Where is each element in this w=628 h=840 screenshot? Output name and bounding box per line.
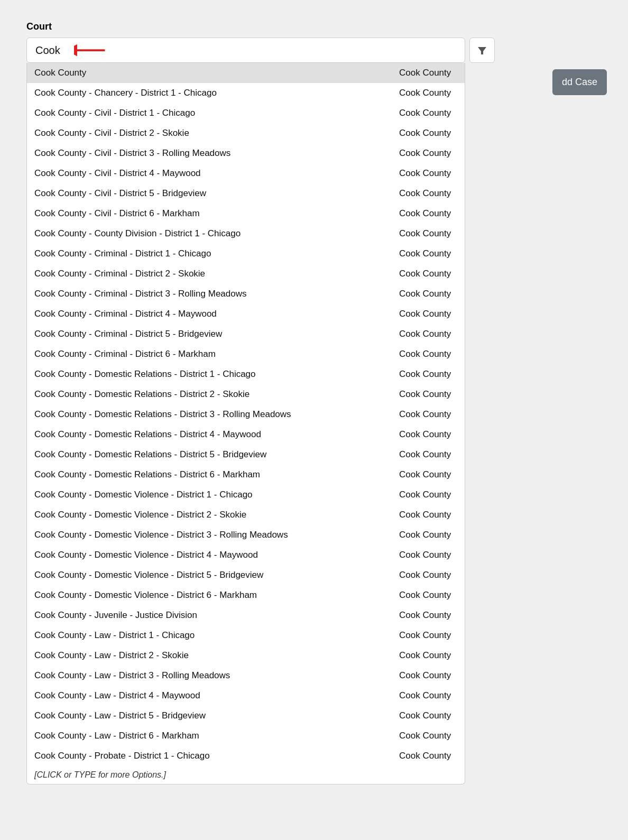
court-county: Cook County xyxy=(399,610,457,621)
list-item[interactable]: Cook County - Law - District 6 - Markham… xyxy=(27,726,465,746)
list-item[interactable]: Cook County - Domestic Relations - Distr… xyxy=(27,364,465,384)
court-county: Cook County xyxy=(399,389,457,400)
court-name: Cook County - Criminal - District 5 - Br… xyxy=(34,329,399,339)
list-item[interactable]: Cook County - Domestic Relations - Distr… xyxy=(27,424,465,445)
list-item[interactable]: Cook County - Law - District 3 - Rolling… xyxy=(27,666,465,686)
court-name: Cook County xyxy=(34,68,399,78)
list-item[interactable]: Cook County - Domestic Violence - Distri… xyxy=(27,525,465,545)
list-item[interactable]: Cook County - Criminal - District 1 - Ch… xyxy=(27,244,465,264)
list-item[interactable]: Cook County - Domestic Violence - Distri… xyxy=(27,585,465,605)
list-item[interactable]: Cook County - Civil - District 1 - Chica… xyxy=(27,103,465,123)
court-name: Cook County - Civil - District 2 - Skoki… xyxy=(34,128,399,139)
list-item[interactable]: Cook County - Civil - District 6 - Markh… xyxy=(27,204,465,224)
court-name: Cook County - Law - District 2 - Skokie xyxy=(34,650,399,661)
court-county: Cook County xyxy=(399,148,457,159)
court-name: Cook County - Criminal - District 4 - Ma… xyxy=(34,309,399,319)
court-name: Cook County - Criminal - District 3 - Ro… xyxy=(34,289,399,299)
court-name: Cook County - Law - District 3 - Rolling… xyxy=(34,670,399,681)
list-item[interactable]: Cook County - Civil - District 5 - Bridg… xyxy=(27,183,465,204)
court-county: Cook County xyxy=(399,228,457,239)
court-county: Cook County xyxy=(399,630,457,641)
list-item[interactable]: Cook County - Domestic Relations - Distr… xyxy=(27,445,465,465)
court-name: Cook County - Domestic Relations - Distr… xyxy=(34,389,399,400)
court-county: Cook County xyxy=(399,751,457,761)
court-name: Cook County - Criminal - District 1 - Ch… xyxy=(34,248,399,259)
court-county: Cook County xyxy=(399,570,457,580)
court-county: Cook County xyxy=(399,269,457,279)
list-item[interactable]: Cook County - Criminal - District 5 - Br… xyxy=(27,324,465,344)
court-name: Cook County - Domestic Violence - Distri… xyxy=(34,530,399,540)
list-item[interactable]: Cook County - Criminal - District 4 - Ma… xyxy=(27,304,465,324)
arrow-indicator xyxy=(74,40,106,61)
court-county: Cook County xyxy=(399,369,457,380)
court-name: Cook County - Civil - District 6 - Markh… xyxy=(34,208,399,219)
list-item[interactable]: Cook County - County Division - District… xyxy=(27,224,465,244)
court-county: Cook County xyxy=(399,168,457,179)
list-item[interactable]: Cook County - Domestic Violence - Distri… xyxy=(27,505,465,525)
court-name: Cook County - Domestic Violence - Distri… xyxy=(34,550,399,560)
list-item[interactable]: Cook County - Juvenile - Justice Divisio… xyxy=(27,605,465,625)
list-item[interactable]: Cook County - Law - District 2 - SkokieC… xyxy=(27,645,465,666)
dropdown-footer-hint: [CLICK or TYPE for more Options.] xyxy=(27,766,465,784)
list-item[interactable]: Cook County - Domestic Relations - Distr… xyxy=(27,384,465,404)
list-item[interactable]: Cook County - Criminal - District 3 - Ro… xyxy=(27,284,465,304)
filter-button[interactable] xyxy=(469,38,495,63)
court-county: Cook County xyxy=(399,188,457,199)
filter-icon xyxy=(477,45,487,56)
list-item[interactable]: Cook County - Domestic Violence - Distri… xyxy=(27,485,465,505)
court-county: Cook County xyxy=(399,469,457,480)
court-county: Cook County xyxy=(399,68,457,78)
court-county: Cook County xyxy=(399,409,457,420)
court-name: Cook County - Civil - District 1 - Chica… xyxy=(34,108,399,118)
list-item[interactable]: Cook County - Civil - District 3 - Rolli… xyxy=(27,143,465,163)
court-name: Cook County - Domestic Relations - Distr… xyxy=(34,409,399,420)
list-item[interactable]: Cook County - Probate - District 1 - Chi… xyxy=(27,746,465,766)
court-county: Cook County xyxy=(399,530,457,540)
court-name: Cook County - Domestic Relations - Distr… xyxy=(34,449,399,460)
list-item[interactable]: Cook County - Domestic Violence - Distri… xyxy=(27,565,465,585)
court-county: Cook County xyxy=(399,429,457,440)
court-name: Cook County - Law - District 1 - Chicago xyxy=(34,630,399,641)
list-item[interactable]: Cook County - Domestic Relations - Distr… xyxy=(27,465,465,485)
court-label: Court xyxy=(26,21,602,32)
court-county: Cook County xyxy=(399,510,457,520)
court-name: Cook County - Law - District 4 - Maywood xyxy=(34,690,399,701)
court-name: Cook County - Domestic Violence - Distri… xyxy=(34,570,399,580)
list-item[interactable]: Cook CountyCook County xyxy=(27,63,465,83)
court-county: Cook County xyxy=(399,710,457,721)
list-item[interactable]: Cook County - Chancery - District 1 - Ch… xyxy=(27,83,465,103)
court-county: Cook County xyxy=(399,550,457,560)
list-item[interactable]: Cook County - Law - District 4 - Maywood… xyxy=(27,686,465,706)
court-name: Cook County - Domestic Relations - Distr… xyxy=(34,369,399,380)
list-item[interactable]: Cook County - Law - District 5 - Bridgev… xyxy=(27,706,465,726)
court-county: Cook County xyxy=(399,128,457,139)
list-item[interactable]: Cook County - Domestic Relations - Distr… xyxy=(27,404,465,424)
court-county: Cook County xyxy=(399,690,457,701)
court-name: Cook County - Criminal - District 6 - Ma… xyxy=(34,349,399,359)
court-county: Cook County xyxy=(399,289,457,299)
svg-marker-2 xyxy=(478,47,486,54)
court-county: Cook County xyxy=(399,349,457,359)
add-case-button[interactable]: dd Case xyxy=(552,69,607,95)
list-item[interactable]: Cook County - Criminal - District 2 - Sk… xyxy=(27,264,465,284)
court-county: Cook County xyxy=(399,670,457,681)
court-county: Cook County xyxy=(399,590,457,601)
court-county: Cook County xyxy=(399,731,457,741)
court-name: Cook County - Law - District 5 - Bridgev… xyxy=(34,710,399,721)
court-county: Cook County xyxy=(399,309,457,319)
list-item[interactable]: Cook County - Domestic Violence - Distri… xyxy=(27,545,465,565)
court-county: Cook County xyxy=(399,449,457,460)
list-item[interactable]: Cook County - Civil - District 2 - Skoki… xyxy=(27,123,465,143)
court-name: Cook County - County Division - District… xyxy=(34,228,399,239)
court-name: Cook County - Domestic Relations - Distr… xyxy=(34,429,399,440)
list-item[interactable]: Cook County - Civil - District 4 - Maywo… xyxy=(27,163,465,183)
court-name: Cook County - Domestic Violence - Distri… xyxy=(34,510,399,520)
dropdown-panel: Cook CountyCook CountyCook County - Chan… xyxy=(26,63,465,784)
court-name: Cook County - Civil - District 5 - Bridg… xyxy=(34,188,399,199)
list-item[interactable]: Cook County - Law - District 1 - Chicago… xyxy=(27,625,465,645)
court-name: Cook County - Law - District 6 - Markham xyxy=(34,731,399,741)
court-county: Cook County xyxy=(399,208,457,219)
court-county: Cook County xyxy=(399,248,457,259)
list-item[interactable]: Cook County - Criminal - District 6 - Ma… xyxy=(27,344,465,364)
court-name: Cook County - Domestic Relations - Distr… xyxy=(34,469,399,480)
